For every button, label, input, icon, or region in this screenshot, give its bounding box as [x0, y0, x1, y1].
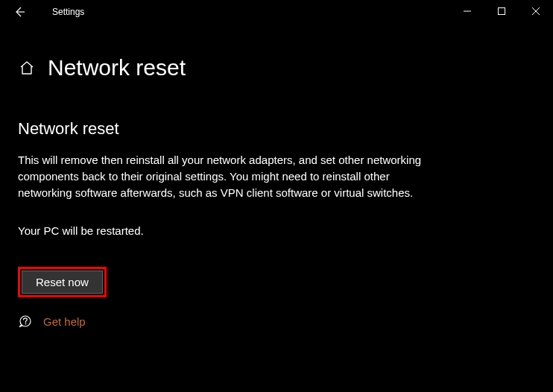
close-button[interactable]: [519, 0, 553, 22]
minimize-button[interactable]: [450, 0, 484, 22]
svg-point-6: [25, 323, 27, 325]
restart-note: Your PC will be restarted.: [18, 224, 523, 237]
page-title: Network reset: [48, 55, 186, 80]
home-icon[interactable]: [18, 59, 36, 77]
get-help-link[interactable]: Get help: [43, 315, 86, 328]
close-icon: [532, 7, 540, 15]
maximize-icon: [498, 7, 505, 15]
minimize-icon: [464, 7, 471, 15]
help-row: Get help: [18, 314, 523, 329]
arrow-left-icon: [13, 6, 25, 18]
svg-rect-2: [499, 8, 505, 15]
app-title: Settings: [52, 7, 84, 17]
description-text: This will remove then reinstall all your…: [18, 152, 435, 200]
maximize-button[interactable]: [484, 0, 519, 22]
back-button[interactable]: [9, 1, 30, 22]
reset-now-button[interactable]: Reset now: [22, 271, 103, 294]
window-controls: [450, 0, 553, 22]
content-area: Network reset This will remove then rein…: [18, 119, 523, 329]
page-header: Network reset: [18, 55, 553, 80]
titlebar: Settings: [0, 0, 553, 24]
help-icon: [18, 314, 33, 329]
reset-button-highlight: Reset now: [18, 267, 107, 297]
section-heading: Network reset: [18, 119, 523, 139]
